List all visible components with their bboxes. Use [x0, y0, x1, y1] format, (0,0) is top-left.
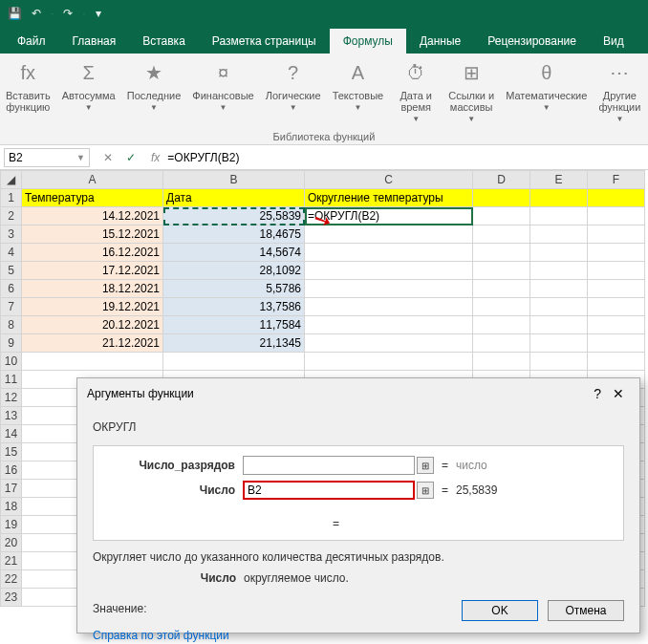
cell-A1[interactable]: Температура [22, 189, 163, 207]
qat-customize-icon[interactable]: ▾ [96, 7, 101, 20]
col-header-C[interactable]: C [305, 171, 473, 189]
cell-F5[interactable] [588, 262, 645, 280]
dialog-titlebar[interactable]: Аргументы функции ? ✕ [77, 378, 639, 409]
cell-A3[interactable]: 15.12.2021 [22, 225, 163, 244]
cell-B7[interactable]: 13,7586 [163, 298, 305, 316]
cell-E3[interactable] [530, 225, 588, 244]
cell-E6[interactable] [530, 280, 588, 298]
cell-E1[interactable] [530, 189, 588, 207]
ribbon-Последние[interactable]: ★Последние▼ [121, 54, 187, 128]
cell-D6[interactable] [473, 280, 530, 298]
save-icon[interactable]: 💾 [8, 7, 22, 20]
cancel-icon[interactable]: ✕ [103, 151, 113, 164]
cell-B6[interactable]: 5,5786 [163, 280, 305, 298]
row-header-3[interactable]: 3 [1, 225, 22, 244]
cell-A8[interactable]: 20.12.2021 [22, 316, 163, 334]
row-header-23[interactable]: 23 [1, 589, 22, 607]
cell-A9[interactable]: 21.12.2021 [22, 334, 163, 353]
tab-Рецензирование[interactable]: Рецензирование [474, 29, 590, 54]
cell-C2[interactable]: =ОКРУГЛ(B2) [305, 207, 473, 225]
cell-F8[interactable] [588, 316, 645, 334]
fx-icon[interactable]: fx [151, 151, 160, 164]
cell-C1[interactable]: Округление температуры [305, 189, 473, 207]
tab-Вид[interactable]: Вид [590, 29, 637, 54]
ribbon-Текстовые[interactable]: AТекстовые▼ [327, 54, 390, 128]
row-header-13[interactable]: 13 [1, 407, 22, 425]
cell-E8[interactable] [530, 316, 588, 334]
cell-D7[interactable] [473, 298, 530, 316]
ribbon-Финансовые[interactable]: ¤Финансовые▼ [186, 54, 259, 128]
cell-B4[interactable]: 14,5674 [163, 244, 305, 262]
tab-Вставка[interactable]: Вставка [129, 29, 199, 54]
ribbon-Автосумма[interactable]: ΣАвтосумма▼ [56, 54, 121, 128]
ribbon-Другие[interactable]: ⋯Другиефункции▼ [593, 54, 646, 128]
row-header-5[interactable]: 5 [1, 262, 22, 280]
cell-D3[interactable] [473, 225, 530, 244]
cell-E7[interactable] [530, 298, 588, 316]
cell-B10[interactable] [163, 353, 305, 371]
ribbon-Логические[interactable]: ?Логические▼ [260, 54, 327, 128]
cell-A7[interactable]: 19.12.2021 [22, 298, 163, 316]
ribbon-Вставить[interactable]: fxВставитьфункцию [0, 54, 56, 128]
cell-D5[interactable] [473, 262, 530, 280]
col-header-A[interactable]: A [22, 171, 163, 189]
range-selector-icon[interactable]: ⊞ [417, 482, 434, 499]
cell-F2[interactable] [588, 207, 645, 225]
cell-D10[interactable] [473, 353, 530, 371]
cell-A5[interactable]: 17.12.2021 [22, 262, 163, 280]
col-header-F[interactable]: F [588, 171, 645, 189]
name-box[interactable]: B2 ▼ [4, 148, 90, 167]
row-header-8[interactable]: 8 [1, 316, 22, 334]
row-header-7[interactable]: 7 [1, 298, 22, 316]
row-header-4[interactable]: 4 [1, 244, 22, 262]
ribbon-Дата и[interactable]: ⏱Дата ивремя▼ [389, 54, 443, 128]
cell-F1[interactable] [588, 189, 645, 207]
cell-A6[interactable]: 18.12.2021 [22, 280, 163, 298]
tab-Данные[interactable]: Данные [406, 29, 474, 54]
arg-input-Число_разрядов[interactable] [243, 456, 415, 475]
cell-E4[interactable] [530, 244, 588, 262]
tab-Главная[interactable]: Главная [59, 29, 130, 54]
cell-D2[interactable] [473, 207, 530, 225]
cancel-button[interactable]: Отмена [548, 600, 624, 621]
cell-B9[interactable]: 21,1345 [163, 334, 305, 353]
col-header-B[interactable]: B [163, 171, 305, 189]
cell-D4[interactable] [473, 244, 530, 262]
tab-file[interactable]: Файл [4, 29, 59, 54]
ok-button[interactable]: OK [462, 600, 538, 621]
cell-E5[interactable] [530, 262, 588, 280]
cell-A2[interactable]: 14.12.2021 [22, 207, 163, 225]
tab-Разметка страницы[interactable]: Разметка страницы [199, 29, 330, 54]
help-icon[interactable]: ? [588, 384, 607, 403]
row-header-21[interactable]: 21 [1, 552, 22, 570]
row-header-6[interactable]: 6 [1, 280, 22, 298]
arg-input-Число[interactable] [243, 481, 415, 500]
cell-B5[interactable]: 28,1092 [163, 262, 305, 280]
row-header-15[interactable]: 15 [1, 443, 22, 462]
row-header-18[interactable]: 18 [1, 498, 22, 516]
ribbon-Ссылки и[interactable]: ⊞Ссылки имассивы▼ [443, 54, 500, 128]
cell-C5[interactable] [305, 262, 473, 280]
row-header-10[interactable]: 10 [1, 353, 22, 371]
cell-B2[interactable]: 25,5839 [163, 207, 305, 225]
cell-D9[interactable] [473, 334, 530, 353]
cell-F9[interactable] [588, 334, 645, 353]
formula-input[interactable] [165, 149, 648, 166]
cell-C10[interactable] [305, 353, 473, 371]
row-header-12[interactable]: 12 [1, 389, 22, 407]
cell-E9[interactable] [530, 334, 588, 353]
cell-F3[interactable] [588, 225, 645, 244]
cell-F10[interactable] [588, 353, 645, 371]
undo-icon[interactable]: ↶ [32, 7, 41, 20]
row-header-19[interactable]: 19 [1, 516, 22, 534]
row-header-17[interactable]: 17 [1, 480, 22, 498]
select-all[interactable]: ◢ [1, 171, 22, 189]
cell-E2[interactable] [530, 207, 588, 225]
row-header-16[interactable]: 16 [1, 462, 22, 480]
chevron-down-icon[interactable]: ▼ [76, 153, 85, 162]
cell-D8[interactable] [473, 316, 530, 334]
cell-C9[interactable] [305, 334, 473, 353]
cell-C3[interactable] [305, 225, 473, 244]
cell-F6[interactable] [588, 280, 645, 298]
range-selector-icon[interactable]: ⊞ [417, 457, 434, 474]
